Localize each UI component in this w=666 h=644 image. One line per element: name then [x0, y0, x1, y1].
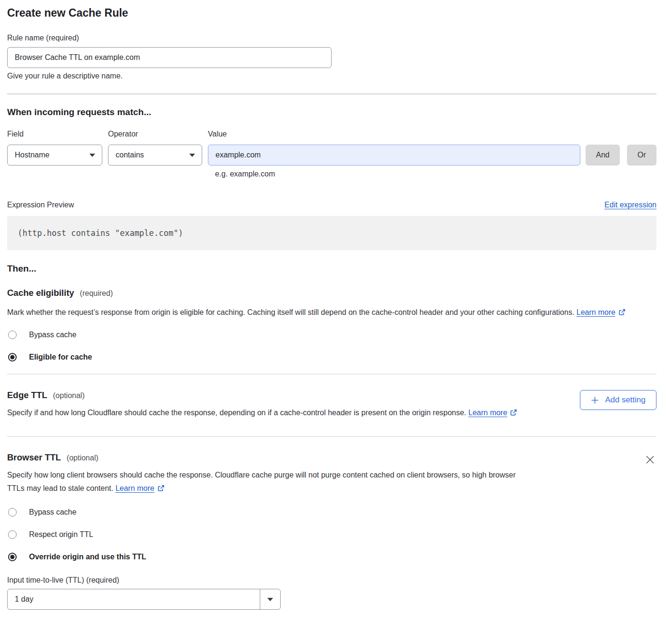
and-button[interactable]: And [586, 145, 620, 166]
cache-eligibility-header: Cache eligibility (required) [7, 288, 656, 298]
browser-ttl-title: Browser TTL [7, 452, 61, 463]
caret-down-icon [189, 154, 195, 157]
edge-ttl-header: Edge TTL (optional) [7, 390, 580, 400]
close-icon [646, 455, 655, 464]
field-select-value: Hostname [15, 151, 49, 159]
divider [7, 94, 656, 94]
browser-bypass-cache-radio[interactable]: Bypass cache [7, 508, 656, 517]
match-controls-row: Hostname contains And Or [7, 145, 656, 166]
cache-eligibility-title: Cache eligibility [7, 288, 74, 298]
edge-ttl-title: Edge TTL [7, 390, 47, 400]
value-label: Value [208, 129, 580, 138]
rule-name-input[interactable] [7, 47, 332, 68]
ttl-input-label: Input time-to-live (TTL) (required) [7, 576, 656, 585]
browser-ttl-content: Browser TTL (optional) Specify how long … [7, 452, 644, 496]
or-button[interactable]: Or [627, 145, 656, 166]
cache-eligibility-learn-more-link[interactable]: Learn more [577, 308, 616, 316]
bypass-cache-radio[interactable]: Bypass cache [7, 331, 656, 339]
plus-icon [591, 396, 599, 404]
caret-down-icon [267, 598, 273, 601]
create-cache-rule-form: Create new Cache Rule Rule name (require… [0, 0, 666, 618]
operator-label: Operator [108, 129, 202, 138]
ttl-select-value: 1 day [8, 595, 260, 604]
respect-origin-ttl-radio[interactable]: Respect origin TTL [7, 530, 656, 539]
external-link-icon [510, 407, 517, 420]
edit-expression-link[interactable]: Edit expression [605, 201, 656, 209]
cache-eligibility-required-flag: (required) [80, 289, 113, 298]
eligible-for-cache-radio[interactable]: Eligible for cache [7, 353, 656, 361]
caret-down-icon [89, 154, 95, 157]
override-origin-ttl-radio[interactable]: Override origin and use this TTL [7, 553, 656, 561]
browser-ttl-section: Browser TTL (optional) Specify how long … [7, 452, 656, 496]
ttl-select-arrow[interactable] [260, 589, 280, 609]
radio-circle-icon [8, 508, 17, 517]
operator-select-value: contains [116, 151, 144, 159]
divider [7, 436, 656, 437]
radio-circle-icon [8, 353, 17, 361]
divider [7, 374, 656, 374]
browser-ttl-optional-flag: (optional) [67, 454, 98, 462]
edge-ttl-learn-more-link[interactable]: Learn more [469, 409, 508, 417]
add-setting-button[interactable]: Add setting [580, 390, 656, 410]
expression-preview-label: Expression Preview [7, 200, 74, 209]
rule-name-label: Rule name (required) [7, 33, 656, 42]
match-heading: When incoming requests match... [7, 107, 656, 117]
expression-preview-row: Expression Preview Edit expression [7, 200, 656, 209]
browser-ttl-learn-more-link[interactable]: Learn more [116, 484, 155, 492]
match-labels-row: Field Operator Value [7, 129, 656, 138]
edge-ttl-optional-flag: (optional) [53, 391, 85, 400]
cache-eligibility-description: Mark whether the request’s response from… [7, 306, 647, 320]
ttl-select[interactable]: 1 day [7, 589, 281, 610]
browser-ttl-description: Specify how long client browsers should … [7, 468, 523, 496]
then-heading: Then... [7, 263, 656, 273]
value-input[interactable] [208, 145, 580, 166]
radio-circle-icon [8, 553, 17, 561]
browser-ttl-header: Browser TTL (optional) [7, 452, 644, 463]
rule-name-help: Give your rule a descriptive name. [7, 71, 656, 80]
radio-circle-icon [8, 530, 17, 539]
close-browser-ttl-button[interactable] [644, 453, 656, 468]
expression-code-block: (http.host contains "example.com") [7, 216, 656, 250]
expression-code: (http.host contains "example.com") [18, 228, 183, 238]
operator-select[interactable]: contains [108, 145, 202, 166]
page-title: Create new Cache Rule [7, 6, 656, 20]
value-help: e.g. example.com [215, 169, 656, 178]
edge-ttl-content: Edge TTL (optional) Specify if and how l… [7, 390, 580, 420]
external-link-icon [157, 483, 165, 496]
edge-ttl-description: Specify if and how long Cloudflare shoul… [7, 406, 533, 420]
edge-ttl-section: Edge TTL (optional) Specify if and how l… [7, 390, 656, 420]
external-link-icon [618, 307, 626, 320]
radio-circle-icon [8, 331, 17, 339]
field-select[interactable]: Hostname [7, 145, 102, 166]
field-label: Field [7, 129, 102, 138]
